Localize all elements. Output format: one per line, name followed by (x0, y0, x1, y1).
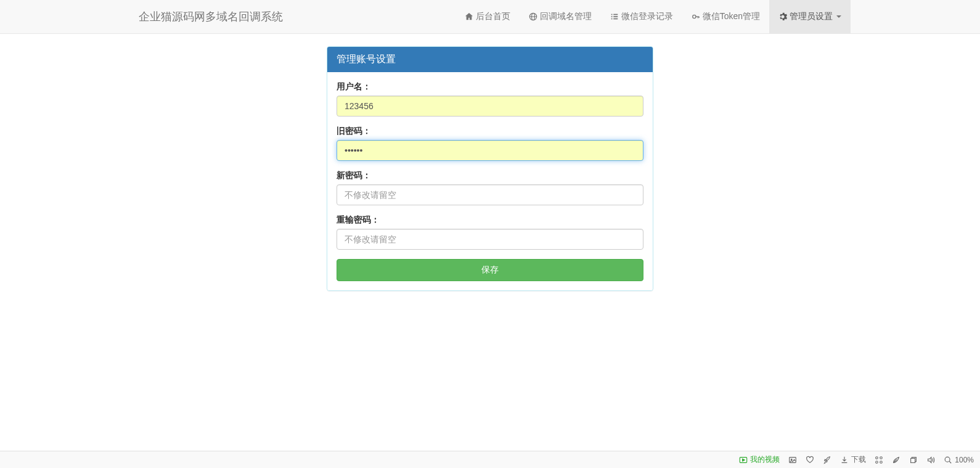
svg-rect-7 (611, 18, 612, 20)
navbar-brand[interactable]: 企业猫源码网多域名回调系统 (129, 0, 292, 33)
nav-item-login-log: 微信登录记录 (601, 0, 682, 33)
nav-link-home[interactable]: 后台首页 (455, 0, 520, 33)
nav-link-admin-settings[interactable]: 管理员设置 (769, 0, 851, 33)
main-container: 管理账号设置 用户名： 旧密码： 新密码： 重输密码： 保存 (129, 34, 851, 303)
form-group-new-password: 新密码： (337, 170, 643, 205)
key-icon (692, 12, 700, 21)
navbar: 企业猫源码网多域名回调系统 后台首页 回调域名管理 (0, 0, 980, 34)
gear-icon (778, 12, 787, 21)
form-group-confirm-password: 重输密码： (337, 215, 643, 250)
nav-item-token: 微信Token管理 (682, 0, 769, 33)
username-label: 用户名： (337, 81, 643, 92)
confirm-password-label: 重输密码： (337, 215, 643, 226)
svg-rect-3 (611, 14, 612, 15)
nav-label: 回调域名管理 (540, 11, 592, 22)
nav-item-home: 后台首页 (455, 0, 520, 33)
confirm-password-input[interactable] (337, 229, 643, 250)
caret-down-icon (836, 15, 841, 18)
old-password-input[interactable] (337, 140, 643, 161)
svg-rect-5 (611, 16, 612, 17)
svg-rect-6 (613, 16, 618, 17)
nav-item-admin-settings: 管理员设置 (769, 0, 851, 33)
globe-icon (529, 12, 537, 21)
svg-point-9 (692, 15, 695, 18)
nav-label: 管理员设置 (790, 11, 833, 22)
svg-rect-8 (613, 18, 618, 20)
nav-label: 微信登录记录 (621, 11, 673, 22)
new-password-input[interactable] (337, 184, 643, 205)
nav-link-token[interactable]: 微信Token管理 (682, 0, 769, 33)
save-button[interactable]: 保存 (337, 259, 643, 281)
panel-title: 管理账号设置 (327, 47, 653, 72)
nav-link-login-log[interactable]: 微信登录记录 (601, 0, 682, 33)
nav-label: 微信Token管理 (703, 11, 760, 22)
panel-body: 用户名： 旧密码： 新密码： 重输密码： 保存 (327, 72, 653, 290)
list-icon (610, 12, 619, 21)
svg-rect-4 (613, 14, 618, 15)
nav-label: 后台首页 (476, 11, 510, 22)
old-password-label: 旧密码： (337, 126, 643, 137)
nav-item-domain: 回调域名管理 (520, 0, 601, 33)
home-icon (465, 12, 473, 21)
settings-panel: 管理账号设置 用户名： 旧密码： 新密码： 重输密码： 保存 (327, 46, 653, 291)
form-group-username: 用户名： (337, 81, 643, 117)
nav-link-domain[interactable]: 回调域名管理 (520, 0, 601, 33)
username-input[interactable] (337, 96, 643, 117)
new-password-label: 新密码： (337, 170, 643, 181)
navbar-nav: 后台首页 回调域名管理 微信登录记录 (455, 0, 851, 33)
form-group-old-password: 旧密码： (337, 126, 643, 161)
